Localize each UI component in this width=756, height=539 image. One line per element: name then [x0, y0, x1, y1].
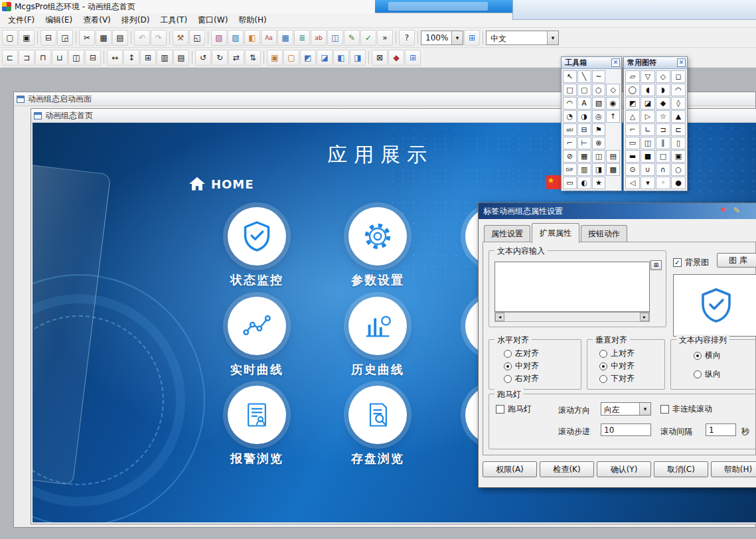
valve-tool-icon[interactable]: ⊗: [592, 137, 606, 149]
bring-to-front-icon[interactable]: ◩: [300, 50, 316, 66]
print-preview-icon[interactable]: ◲: [57, 30, 73, 46]
checkbox-icon[interactable]: [660, 405, 669, 414]
diamond-shape-icon[interactable]: ◇: [656, 70, 670, 83]
show-grid-icon[interactable]: ⊞: [405, 50, 421, 66]
print-icon[interactable]: ⊟: [40, 30, 56, 46]
star-shape-icon[interactable]: ☆: [656, 110, 670, 123]
line-tool-icon[interactable]: ╲: [577, 70, 591, 83]
bracket-left-shape-icon[interactable]: ⊏: [671, 123, 686, 136]
help-icon[interactable]: ?: [399, 30, 415, 46]
horizontal-scrollbar[interactable]: ◂ ▸: [494, 312, 650, 322]
pipe-tool-icon[interactable]: ⊢: [577, 137, 591, 149]
menu-tools[interactable]: 工具(T): [155, 13, 192, 28]
radio-selected-icon[interactable]: [504, 362, 512, 370]
same-width-icon[interactable]: ↔: [107, 50, 123, 66]
button-tool-icon[interactable]: ▭: [563, 177, 577, 189]
corner-square-alt-shape-icon[interactable]: ◪: [641, 97, 655, 110]
radio-selected-icon[interactable]: [694, 352, 702, 360]
bring-forward-icon[interactable]: ◧: [333, 50, 349, 66]
stop-icon[interactable]: ◱: [189, 30, 205, 46]
menu-window[interactable]: 窗口(W): [192, 13, 233, 28]
window-tool-icon[interactable]: ◫: [592, 150, 606, 163]
corner-tool-icon[interactable]: ⌐: [563, 137, 577, 149]
report-icon[interactable]: ▦: [277, 30, 293, 46]
grid-icon[interactable]: ⊞: [650, 260, 662, 270]
angle-shape-icon[interactable]: ⌐: [625, 123, 640, 136]
circled-dot-shape-icon[interactable]: ⊙: [625, 163, 640, 176]
gallery-button[interactable]: 图 库: [717, 253, 756, 268]
checkbox-checked-icon[interactable]: ✓: [673, 258, 682, 267]
rect-tool-icon[interactable]: □: [563, 84, 577, 96]
diamond-filled-shape-icon[interactable]: ◆: [656, 97, 670, 110]
text-style-icon[interactable]: Aa: [261, 30, 277, 46]
corner-square-shape-icon[interactable]: ◩: [625, 97, 640, 110]
radio-horizontal[interactable]: 横向: [694, 350, 721, 361]
filled-circle-shape-icon[interactable]: ●: [671, 177, 686, 189]
split-rect-shape-icon[interactable]: ◫: [641, 137, 655, 149]
tab-extended-properties[interactable]: 扩展属性: [532, 223, 579, 243]
animation-config-icon[interactable]: ◧: [244, 30, 260, 46]
video-tool-icon[interactable]: ◨: [592, 163, 606, 176]
hmi-tile-realtime-curve[interactable]: 实时曲线: [217, 297, 297, 378]
scroll-right-icon[interactable]: ▸: [640, 313, 649, 321]
arc-shape-icon[interactable]: ◠: [671, 84, 686, 96]
star-tool-icon[interactable]: ★: [592, 177, 606, 189]
triangle-shape-icon[interactable]: △: [625, 110, 640, 123]
device-config-icon[interactable]: ▨: [228, 30, 244, 46]
triangle-down-shape-icon[interactable]: ▽: [641, 70, 655, 83]
radio-align-top[interactable]: 上对齐: [599, 348, 635, 359]
lozenge-shape-icon[interactable]: ◊: [671, 97, 686, 110]
flip-horizontal-icon[interactable]: ⇄: [228, 50, 244, 66]
text-tool-icon[interactable]: A: [577, 97, 591, 110]
lamp-tool-icon[interactable]: ◐: [577, 177, 591, 189]
hmi-tile-alarm-browse[interactable]: 报警浏览: [217, 386, 297, 467]
triangle-filled-shape-icon[interactable]: ▲: [671, 110, 686, 123]
radio-align-left[interactable]: 左对齐: [504, 348, 539, 359]
right-angle-shape-icon[interactable]: ∟: [641, 123, 655, 136]
paste-icon[interactable]: ▤: [112, 30, 128, 46]
tab-property-settings[interactable]: 属性设置: [484, 225, 530, 242]
radio-align-right[interactable]: 右对齐: [504, 373, 539, 384]
language-combo[interactable]: 中文▾: [486, 31, 559, 45]
undo-icon[interactable]: ↶: [134, 30, 150, 46]
save-icon[interactable]: ▣: [19, 30, 35, 46]
radio-icon[interactable]: [504, 350, 512, 358]
metafile-tool-icon[interactable]: ◉: [606, 97, 620, 110]
radio-vertical[interactable]: 纵向: [694, 368, 721, 380]
zoom-combo[interactable]: 100%▾: [421, 31, 463, 45]
send-backward-icon[interactable]: ◨: [350, 50, 366, 66]
close-icon[interactable]: ✕: [677, 58, 686, 67]
label-tool-icon[interactable]: abl: [563, 123, 577, 136]
radio-align-vcenter[interactable]: 中对齐: [599, 360, 635, 372]
menu-view[interactable]: 查看(V): [78, 13, 116, 28]
percent-tool-icon[interactable]: ◔: [563, 110, 577, 123]
rounded-rect-tool-icon[interactable]: ▢: [577, 84, 591, 96]
union-shape-icon[interactable]: ∪: [641, 163, 655, 176]
flip-vertical-icon[interactable]: ⇅: [245, 50, 261, 66]
background-image-checkbox[interactable]: ✓ 背景图: [673, 257, 709, 268]
permission-button[interactable]: 权限(A): [483, 461, 537, 477]
triangle-right-shape-icon[interactable]: ▷: [641, 110, 655, 123]
toolbox-titlebar[interactable]: 工具箱 ✕: [562, 57, 621, 69]
checkbox-icon[interactable]: [496, 405, 504, 414]
small-diamond-shape-icon[interactable]: ◦: [656, 177, 670, 189]
bitmap-tool-icon[interactable]: ▧: [592, 97, 606, 110]
arc-tool-icon[interactable]: ◠: [563, 97, 577, 110]
polygon-tool-icon[interactable]: ◇: [606, 84, 620, 96]
align-top-icon[interactable]: ⊓: [35, 50, 51, 66]
animation-tool-icon[interactable]: ▥: [577, 163, 591, 176]
parallel-lines-shape-icon[interactable]: ∥: [656, 137, 670, 149]
ellipse-tool-icon[interactable]: ○: [592, 84, 606, 96]
strategy-config-icon[interactable]: ▧: [211, 30, 227, 46]
abs-text-icon[interactable]: ab: [311, 30, 327, 46]
pointer-tool-icon[interactable]: ↖: [563, 70, 577, 83]
filled-square-shape-icon[interactable]: ■: [641, 150, 655, 163]
menu-file[interactable]: 文件(F): [3, 13, 40, 28]
list-view-icon[interactable]: ≣: [294, 30, 310, 46]
bar-shape-icon[interactable]: ▬: [625, 150, 640, 163]
circle-shape-icon[interactable]: ◯: [625, 84, 640, 96]
tab-button-action[interactable]: 按钮动作: [581, 225, 627, 242]
close-icon[interactable]: ✕: [611, 58, 620, 67]
align-vcenter-icon[interactable]: ⊟: [85, 50, 101, 66]
fill-color-icon[interactable]: ◆: [388, 50, 404, 66]
